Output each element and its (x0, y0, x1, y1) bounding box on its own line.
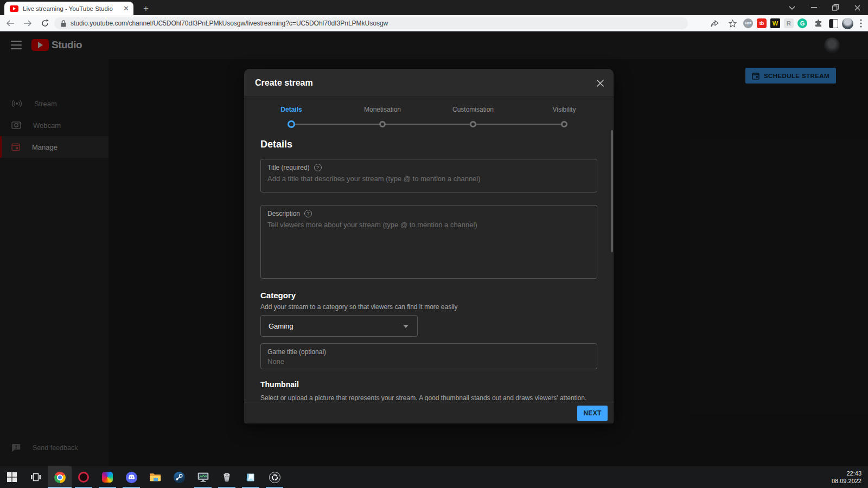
taskbar: 22:43 08.09.2022 (0, 466, 868, 488)
obs-studio-icon (269, 472, 280, 483)
r-extension-icon[interactable]: R (784, 18, 794, 28)
notepad-icon (246, 472, 256, 483)
url-bar[interactable]: studio.youtube.com/channel/UC5DOhl70dI3P… (54, 17, 688, 29)
category-heading: Category (260, 291, 597, 300)
thumbnail-heading: Thumbnail (260, 380, 597, 389)
next-button[interactable]: NEXT (577, 406, 608, 421)
step-details[interactable]: Details (280, 106, 302, 113)
taskbar-file-explorer-icon[interactable] (143, 466, 167, 488)
stepper-line (291, 124, 564, 125)
step-dot-details[interactable] (288, 120, 295, 128)
chrome-icon (54, 472, 66, 483)
title-placeholder: Add a title that describes your stream (… (267, 175, 590, 183)
discord-icon (126, 472, 137, 483)
url-text: studio.youtube.com/channel/UC5DOhl70dI3P… (71, 20, 388, 27)
category-subtitle: Add your stream to a category so that vi… (260, 303, 597, 311)
modal-header: Create stream (244, 69, 614, 97)
darkreader-extension-icon[interactable] (829, 19, 838, 28)
youtube-studio-app: Studio Stream (0, 32, 868, 466)
taskbar-adobe-cc-icon[interactable] (95, 466, 119, 488)
thumbnail-subtitle-text: Select or upload a picture that represen… (260, 394, 586, 401)
step-dot-monetisation[interactable] (379, 121, 386, 127)
category-selected-value: Gaming (269, 322, 293, 330)
modal-scrollbar[interactable] (611, 130, 613, 252)
title-help-icon[interactable]: ? (314, 164, 322, 171)
taskbar-obs-icon[interactable] (263, 466, 286, 488)
extensions-puzzle-icon[interactable] (811, 16, 825, 30)
share-icon[interactable] (707, 16, 722, 30)
taskbar-chrome-icon[interactable] (48, 466, 72, 488)
title-input[interactable]: Title (required) ? Add a title that desc… (260, 159, 597, 192)
browser-profile-avatar[interactable] (842, 18, 853, 29)
speaker-icon (222, 472, 232, 482)
lock-icon (61, 20, 66, 27)
modal-body: Details Title (required) ? Add a title t… (244, 136, 614, 401)
clock-time: 22:43 (846, 470, 861, 477)
toolbar-right: ABP tb W R G (707, 16, 865, 30)
grammarly-extension-icon[interactable]: G (797, 18, 807, 28)
tab-close-icon[interactable]: ✕ (123, 5, 129, 12)
reload-icon[interactable] (38, 16, 52, 30)
description-input[interactable]: Description ? Tell viewers more about yo… (260, 205, 597, 279)
game-title-placeholder: None (267, 357, 590, 365)
file-explorer-icon (149, 473, 161, 482)
taskbar-audio-icon[interactable] (215, 466, 239, 488)
task-view-icon (30, 472, 41, 482)
windows-logo-icon (7, 472, 17, 482)
tubebuddy-extension-icon[interactable]: tb (757, 18, 767, 28)
game-title-label: Game title (optional) (267, 348, 326, 356)
w-extension-icon[interactable]: W (770, 18, 780, 28)
step-label: Customisation (452, 106, 494, 113)
modal-close-icon[interactable] (595, 78, 605, 88)
next-button-label: NEXT (583, 409, 601, 417)
step-label: Visibility (552, 106, 576, 113)
window-restore-icon[interactable] (825, 0, 846, 15)
browser-titlebar: Live streaming - YouTube Studio ✕ + (0, 0, 868, 15)
screen: Live streaming - YouTube Studio ✕ + (0, 0, 868, 488)
window-minimize-icon[interactable] (803, 0, 825, 15)
new-tab-button[interactable]: + (140, 3, 152, 15)
task-view-button[interactable] (24, 466, 48, 488)
back-icon[interactable] (3, 16, 17, 30)
step-monetisation[interactable]: Monetisation (364, 106, 401, 113)
steam-icon (174, 472, 185, 483)
task-manager-icon (197, 472, 209, 483)
taskbar-task-manager-icon[interactable] (191, 466, 215, 488)
adobe-creative-cloud-icon (102, 472, 113, 483)
taskbar-clock[interactable]: 22:43 08.09.2022 (832, 466, 868, 488)
youtube-favicon-icon (10, 5, 18, 12)
window-controls (781, 0, 868, 15)
description-label: Description (267, 210, 300, 217)
taskbar-discord-icon[interactable] (119, 466, 143, 488)
step-customisation[interactable]: Customisation (452, 106, 494, 113)
taskbar-notepad-icon[interactable] (239, 466, 263, 488)
window-menu-chevron-icon[interactable] (781, 0, 803, 15)
start-button[interactable] (0, 466, 24, 488)
forward-icon[interactable] (21, 16, 35, 30)
browser-toolbar: studio.youtube.com/channel/UC5DOhl70dI3P… (0, 15, 868, 31)
category-select[interactable]: Gaming (260, 315, 418, 337)
chevron-down-icon (403, 325, 409, 328)
browser-tab[interactable]: Live streaming - YouTube Studio ✕ (4, 2, 133, 15)
taskbar-steam-icon[interactable] (167, 466, 191, 488)
title-label: Title (required) (267, 164, 310, 171)
opera-gx-icon (78, 472, 89, 483)
taskbar-opera-gx-icon[interactable] (72, 466, 95, 488)
window-close-icon[interactable] (846, 0, 868, 15)
game-title-input[interactable]: Game title (optional) None (260, 343, 597, 369)
step-label: Details (280, 106, 302, 113)
step-dot-visibility[interactable] (561, 121, 567, 127)
browser-menu-icon[interactable] (857, 16, 865, 30)
step-visibility[interactable]: Visibility (552, 106, 576, 113)
modal-title: Create stream (255, 78, 313, 88)
adblock-extension-icon[interactable]: ABP (743, 18, 753, 28)
tab-title: Live streaming - YouTube Studio (23, 5, 120, 12)
description-placeholder: Tell viewers more about your stream (typ… (267, 221, 590, 229)
bookmark-star-icon[interactable] (725, 16, 739, 30)
create-stream-modal: Create stream Details Monetisation Custo… (244, 69, 614, 423)
stepper: Details Monetisation Customisation Visib… (244, 97, 614, 136)
clock-date: 08.09.2022 (832, 477, 861, 485)
step-dot-customisation[interactable] (470, 121, 476, 127)
details-heading: Details (260, 139, 597, 150)
description-help-icon[interactable]: ? (304, 210, 312, 217)
